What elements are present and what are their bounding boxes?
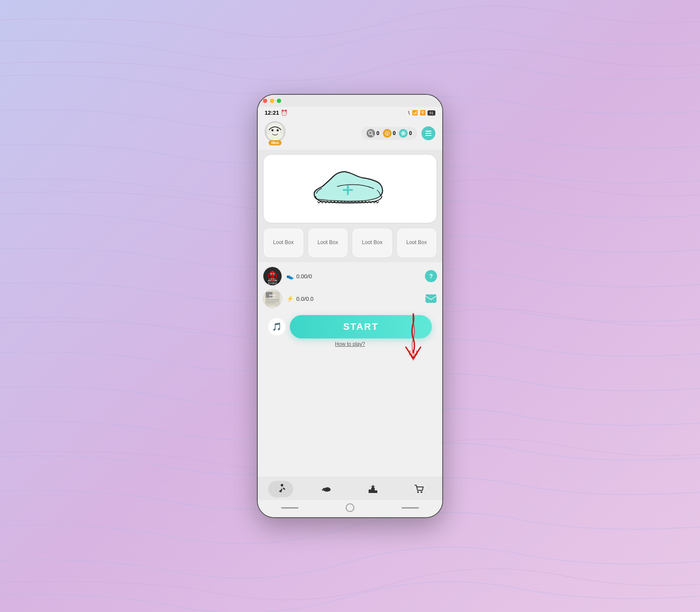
help-button[interactable]: ? xyxy=(425,270,437,282)
svg-point-2 xyxy=(272,129,274,132)
menu-icon xyxy=(425,131,431,136)
gold-currency-value: 0 xyxy=(393,130,396,136)
currency-item-search: 0 xyxy=(366,129,379,138)
minimize-dot[interactable] xyxy=(270,99,274,103)
shop-icon xyxy=(414,483,425,495)
achievements-icon xyxy=(367,483,379,495)
alarm-icon: ⏰ xyxy=(281,110,288,116)
status-bar: 12:21 ⏰ ∖ 📶 🛜 91 xyxy=(258,107,442,119)
sneaker-speed-icon xyxy=(321,483,333,495)
svg-line-7 xyxy=(372,134,373,136)
envelope-icon xyxy=(425,294,437,303)
loot-box-1[interactable]: Loot Box xyxy=(263,228,304,258)
phone-frame: 12:21 ⏰ ∖ 📶 🛜 91 xyxy=(257,94,443,518)
stat-row-2: Merry Bonus ⚡ 0.0/0.0 xyxy=(263,289,437,308)
search-currency-value: 0 xyxy=(376,130,379,136)
app-header: 0km 0 G xyxy=(258,119,442,150)
svg-rect-36 xyxy=(369,490,371,493)
stat-avatar-inner-2: Merry Bonus xyxy=(263,290,282,308)
music-icon: 🎵 xyxy=(272,322,282,332)
envelope-button[interactable] xyxy=(425,293,437,305)
menu-line-1 xyxy=(425,131,431,132)
svg-point-40 xyxy=(421,491,422,493)
currency-item-gold: G 0 xyxy=(383,129,396,138)
start-section: 🎵 START How to play? xyxy=(263,312,437,351)
menu-line-2 xyxy=(425,133,431,134)
loot-box-2-label: Loot Box xyxy=(318,239,338,246)
stat-avatar-2[interactable]: Merry Bonus xyxy=(263,289,282,308)
search-currency-icon xyxy=(366,129,375,138)
wifi-icon: 🛜 xyxy=(420,110,426,116)
avatar-container[interactable]: 0km xyxy=(265,121,285,145)
nav-item-achievements[interactable] xyxy=(360,481,386,497)
time-display: 12:21 xyxy=(265,110,279,116)
home-indicator-line-right xyxy=(402,507,419,509)
svg-rect-37 xyxy=(375,490,377,493)
stat-row-1: Ended 👟 0.00/0 ? xyxy=(263,267,437,286)
loot-row: Loot Box Loot Box Loot Box Loot Box xyxy=(258,228,442,262)
svg-text:G: G xyxy=(386,132,389,135)
loot-box-4-label: Loot Box xyxy=(406,239,427,246)
currency-row: 0 G 0 xyxy=(361,127,417,140)
gold-currency-icon: G xyxy=(383,129,392,138)
battery-icon: 91 xyxy=(428,110,435,116)
window-chrome xyxy=(258,95,442,107)
teal-currency-value: 0 xyxy=(409,130,412,136)
svg-rect-30 xyxy=(426,295,436,303)
run-icon xyxy=(275,483,286,495)
teal-currency-icon xyxy=(399,129,408,138)
avatar-svg xyxy=(266,122,285,141)
svg-text:Bonus: Bonus xyxy=(269,297,275,299)
svg-point-5 xyxy=(281,129,283,134)
avatar[interactable] xyxy=(265,121,285,142)
stat-avatar-svg-2: Merry Bonus xyxy=(263,289,282,308)
loot-box-3-label: Loot Box xyxy=(362,239,382,246)
stat-value-2: 0.0/0.0 xyxy=(296,296,314,302)
loot-box-4[interactable]: Loot Box xyxy=(396,228,438,258)
loot-box-1-label: Loot Box xyxy=(273,239,294,246)
shoe-card[interactable] xyxy=(263,154,437,223)
svg-point-4 xyxy=(267,129,269,134)
svg-point-39 xyxy=(417,491,419,493)
currency-item-teal: 0 xyxy=(399,129,412,138)
stat-bar-2: ⚡ 0.0/0.0 xyxy=(286,295,421,302)
svg-text:Merry: Merry xyxy=(269,294,276,296)
shoe-svg xyxy=(307,165,393,213)
arrow-annotation xyxy=(398,312,428,368)
home-indicator-circle xyxy=(346,503,354,512)
stat-avatar-1[interactable]: Ended xyxy=(263,267,282,286)
status-time: 12:21 ⏰ xyxy=(265,110,288,116)
lightning-stat-icon: ⚡ xyxy=(286,295,294,302)
maximize-dot[interactable] xyxy=(277,99,281,103)
bottom-nav xyxy=(258,477,442,500)
nav-item-shop[interactable] xyxy=(407,481,432,497)
how-to-play-link[interactable]: How to play? xyxy=(335,341,365,347)
menu-line-3 xyxy=(425,135,431,136)
stat-bar-1: 👟 0.00/0 xyxy=(286,273,421,280)
svg-point-3 xyxy=(277,129,279,132)
svg-rect-35 xyxy=(371,488,375,493)
ended-badge: Ended xyxy=(263,281,282,285)
home-area xyxy=(258,500,442,517)
app-content: Loot Box Loot Box Loot Box Loot Box xyxy=(258,150,442,477)
stats-section: Ended 👟 0.00/0 ? xyxy=(258,262,442,477)
distance-badge: 0km xyxy=(269,140,282,145)
loot-box-3[interactable]: Loot Box xyxy=(352,228,393,258)
stat-value-1: 0.00/0 xyxy=(296,273,312,280)
svg-point-6 xyxy=(369,131,372,135)
nav-item-sneaker[interactable] xyxy=(314,481,340,497)
close-dot[interactable] xyxy=(263,99,267,103)
bluetooth-icon: ∖ xyxy=(407,110,410,116)
nav-item-run[interactable] xyxy=(268,481,293,497)
menu-button[interactable] xyxy=(421,126,435,140)
shoe-stat-icon: 👟 xyxy=(286,273,294,280)
status-icons: ∖ 📶 🛜 91 xyxy=(407,110,435,116)
help-icon: ? xyxy=(429,273,433,280)
loot-box-2[interactable]: Loot Box xyxy=(308,228,349,258)
home-indicator-line-left xyxy=(281,507,298,509)
music-button[interactable]: 🎵 xyxy=(268,318,285,335)
signal-icon: 📶 xyxy=(412,110,418,116)
svg-point-34 xyxy=(281,484,283,486)
